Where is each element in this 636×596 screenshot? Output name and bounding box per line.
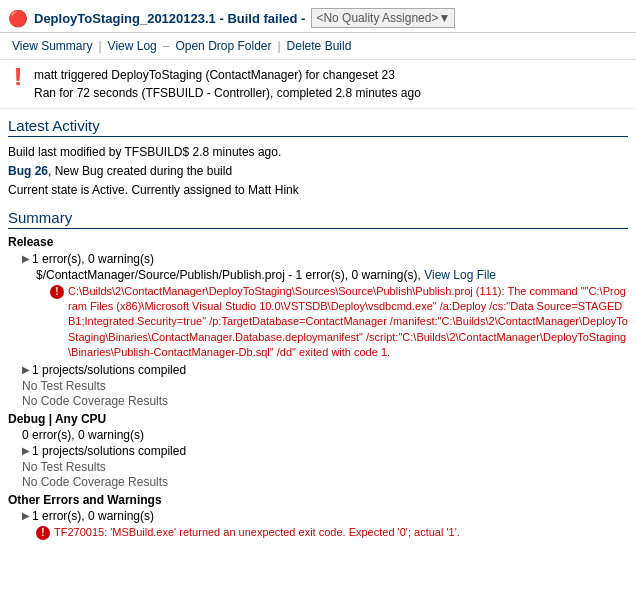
other-errors-header: Other Errors and Warnings [8, 493, 628, 507]
bug-link[interactable]: Bug 26 [8, 164, 48, 178]
latest-activity-title: Latest Activity [8, 117, 628, 137]
error-circle-icon [50, 285, 64, 299]
latest-activity-section: Latest Activity Build last modified by T… [0, 109, 636, 205]
other-errors-count-row: ▶ 1 error(s), 0 warning(s) [8, 509, 628, 523]
release-no-test: No Test Results [22, 379, 628, 393]
activity-line1: Build last modified by TFSBUILD$ 2.8 min… [8, 143, 628, 162]
debug-projects-row: ▶ 1 projects/solutions compiled [8, 444, 628, 458]
debug-section: Debug | Any CPU 0 error(s), 0 warning(s)… [8, 412, 628, 489]
release-file-path-row: $/ContactManager/Source/Publish/Publish.… [8, 268, 628, 282]
release-file-path: $/ContactManager/Source/Publish/Publish.… [36, 268, 421, 282]
other-errors-count: 1 error(s), 0 warning(s) [32, 509, 154, 523]
open-drop-folder-link[interactable]: Open Drop Folder [171, 37, 275, 55]
view-summary-link[interactable]: View Summary [8, 37, 96, 55]
debug-error-count: 0 error(s), 0 warning(s) [8, 428, 628, 442]
debug-no-coverage: No Code Coverage Results [22, 475, 628, 489]
notification-bar: ❗ matt triggered DeployToStaging (Contac… [0, 60, 636, 109]
summary-section: Summary Release ▶ 1 error(s), 0 warning(… [0, 205, 636, 546]
debug-no-test: No Test Results [22, 460, 628, 474]
activity-line3: Current state is Active. Currently assig… [8, 181, 628, 200]
debug-projects: 1 projects/solutions compiled [32, 444, 186, 458]
expand-debug-projects-icon[interactable]: ▶ [22, 445, 30, 456]
activity-line2-rest: , New Bug created during the build [48, 164, 232, 178]
other-errors-detail-row: TF270015: 'MSBuild.exe' returned an unex… [8, 525, 628, 540]
debug-header: Debug | Any CPU [8, 412, 628, 426]
notification-line1: matt triggered DeployToStaging (ContactM… [34, 66, 421, 84]
quality-dropdown[interactable]: <No Quality Assigned> ▼ [311, 8, 455, 28]
release-header: Release [8, 235, 628, 249]
build-title: DeployToStaging_20120123.1 - Build faile… [34, 11, 305, 26]
header-bar: 🔴 DeployToStaging_20120123.1 - Build fai… [0, 0, 636, 33]
release-error-count-row: ▶ 1 error(s), 0 warning(s) [8, 252, 628, 266]
summary-title: Summary [8, 209, 628, 229]
notification-line2: Ran for 72 seconds (TFSBUILD - Controlle… [34, 84, 421, 102]
release-projects: 1 projects/solutions compiled [32, 363, 186, 377]
view-log-file-link[interactable]: View Log File [424, 268, 496, 282]
expand-other-errors-icon[interactable]: ▶ [22, 510, 30, 521]
build-error-icon: 🔴 [8, 9, 28, 28]
other-error-circle-icon [36, 526, 50, 540]
release-error-count: 1 error(s), 0 warning(s) [32, 252, 154, 266]
release-projects-row: ▶ 1 projects/solutions compiled [8, 363, 628, 377]
activity-text: Build last modified by TFSBUILD$ 2.8 min… [8, 143, 628, 201]
release-no-coverage: No Code Coverage Results [22, 394, 628, 408]
release-error-text: C:\Builds\2\ContactManager\DeployToStagi… [68, 284, 628, 361]
toolbar: View Summary | View Log – Open Drop Fold… [0, 33, 636, 60]
sep2: – [161, 39, 172, 53]
other-errors-section: Other Errors and Warnings ▶ 1 error(s), … [8, 493, 628, 540]
release-error-detail-row: C:\Builds\2\ContactManager\DeployToStagi… [8, 284, 628, 361]
dropdown-arrow-icon: ▼ [438, 11, 450, 25]
other-errors-text: TF270015: 'MSBuild.exe' returned an unex… [54, 525, 460, 540]
quality-label: <No Quality Assigned> [316, 11, 438, 25]
sep3: | [275, 39, 282, 53]
expand-projects-icon[interactable]: ▶ [22, 364, 30, 375]
notification-text: matt triggered DeployToStaging (ContactM… [34, 66, 421, 102]
expand-icon[interactable]: ▶ [22, 253, 30, 264]
view-log-link[interactable]: View Log [104, 37, 161, 55]
delete-build-link[interactable]: Delete Build [283, 37, 356, 55]
release-section: Release ▶ 1 error(s), 0 warning(s) $/Con… [8, 235, 628, 408]
activity-line2: Bug 26, New Bug created during the build [8, 162, 628, 181]
sep1: | [96, 39, 103, 53]
notification-icon: ❗ [8, 67, 28, 86]
